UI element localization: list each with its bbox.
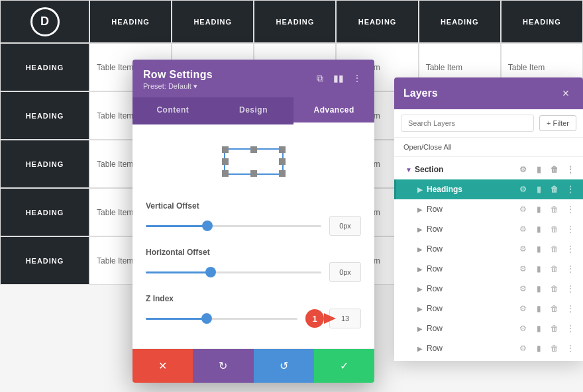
gear-icon[interactable]: ⚙ [517,303,529,315]
vertical-offset-row: 0px [146,216,361,236]
reset-button[interactable]: ↻ [193,349,253,383]
callout-arrow [324,313,336,324]
gear-icon[interactable]: ⚙ [517,283,529,295]
layer-row-6[interactable]: ▶ Row ⚙ ▮ 🗑 ⋮ [394,299,583,318]
layer-headings[interactable]: ▶ Headings ⚙ ▮ 🗑 ⋮ [394,179,583,199]
duplicate-icon[interactable]: ▮ [533,164,545,175]
layer-row-5[interactable]: ▶ Row ⚙ ▮ 🗑 ⋮ [394,279,583,299]
z-index-section: Z Index 1 13 [146,294,361,328]
cancel-button[interactable]: ✕ [132,349,193,383]
modal-body: Vertical Offset 0px Horizontal Offset 0p… [132,124,374,348]
duplicate-icon[interactable]: ▮ [533,322,545,334]
trash-icon[interactable]: 🗑 [549,303,560,315]
vertical-offset-value[interactable]: 0px [329,216,361,236]
layer-row-2[interactable]: ▶ Row ⚙ ▮ 🗑 ⋮ [394,219,583,239]
duplicate-icon[interactable]: ▮ [533,283,545,295]
layer-row-1[interactable]: ▶ Row ⚙ ▮ 🗑 ⋮ [394,199,583,219]
more-icon[interactable]: ⋮ [564,263,576,275]
layers-header: Layers × [394,77,583,109]
tab-design[interactable]: Design [213,97,294,124]
gear-icon[interactable]: ⚙ [517,203,529,215]
row-1-actions: ⚙ ▮ 🗑 ⋮ [517,203,576,215]
col-header-3: HEADING [254,0,336,43]
more-icon[interactable]: ⋮ [350,72,364,85]
redo-button[interactable]: ↺ [254,349,314,383]
duplicate-icon[interactable]: ▮ [533,203,545,215]
trash-icon[interactable]: 🗑 [549,183,560,195]
chevron-right-icon: ▶ [417,226,427,233]
more-icon[interactable]: ⋮ [564,203,576,215]
logo-cell: D [0,0,89,43]
vertical-offset-track[interactable] [146,225,321,227]
layer-section[interactable]: ▼ Section ⚙ ▮ 🗑 ⋮ [394,160,583,179]
more-icon[interactable]: ⋮ [564,183,576,195]
tab-content[interactable]: Content [132,97,213,124]
layer-row-name-5: Row [427,284,517,293]
layers-search-input[interactable] [401,115,534,132]
duplicate-icon[interactable]: ▮ [533,342,545,354]
horizontal-offset-row: 0px [146,262,361,282]
layer-section-name: Section [415,165,517,174]
horizontal-offset-section: Horizontal Offset 0px [146,248,361,282]
gear-icon[interactable]: ⚙ [517,263,529,275]
expand-icon[interactable]: ⧉ [313,72,327,85]
layers-filter-button[interactable]: + Filter [539,115,576,131]
col-header-6: HEADING [501,0,583,43]
layer-row-name-2: Row [427,224,517,234]
gear-icon[interactable]: ⚙ [517,223,529,235]
trash-icon[interactable]: 🗑 [549,322,560,334]
trash-icon[interactable]: 🗑 [549,243,560,255]
tab-advanced[interactable]: Advanced [293,97,374,124]
row-header-4: HEADING [0,188,89,236]
trash-icon[interactable]: 🗑 [549,164,560,175]
more-icon[interactable]: ⋮ [564,342,576,354]
layer-row-name-4: Row [427,264,517,273]
more-icon[interactable]: ⋮ [564,322,576,334]
layers-open-close[interactable]: Open/Close All [394,138,583,157]
trash-icon[interactable]: 🗑 [549,342,560,354]
callout-badge: 1 [305,309,324,328]
z-index-track[interactable] [146,318,297,320]
row-header-3: HEADING [0,140,89,188]
horizontal-offset-track[interactable] [146,271,321,273]
gear-icon[interactable]: ⚙ [517,164,529,175]
duplicate-icon[interactable]: ▮ [533,243,545,255]
modal-preset[interactable]: Preset: Default ▾ [143,82,213,91]
gear-icon[interactable]: ⚙ [517,342,529,354]
chevron-right-icon: ▶ [417,325,427,332]
section-actions: ⚙ ▮ 🗑 ⋮ [517,164,576,175]
duplicate-icon[interactable]: ▮ [533,183,545,195]
layer-row-name-8: Row [427,344,517,353]
layer-row-7[interactable]: ▶ Row ⚙ ▮ 🗑 ⋮ [394,318,583,338]
gear-icon[interactable]: ⚙ [517,322,529,334]
gear-icon[interactable]: ⚙ [517,183,529,195]
duplicate-icon[interactable]: ▮ [533,223,545,235]
gear-icon[interactable]: ⚙ [517,243,529,255]
trash-icon[interactable]: 🗑 [549,223,560,235]
layer-row-3[interactable]: ▶ Row ⚙ ▮ 🗑 ⋮ [394,239,583,259]
more-icon[interactable]: ⋮ [564,243,576,255]
vertical-offset-label: Vertical Offset [146,201,361,211]
row-5-actions: ⚙ ▮ 🗑 ⋮ [517,283,576,295]
more-icon[interactable]: ⋮ [564,303,576,315]
layer-headings-name: Headings [427,185,517,194]
more-icon[interactable]: ⋮ [564,283,576,295]
layer-row-4[interactable]: ▶ Row ⚙ ▮ 🗑 ⋮ [394,259,583,279]
logo: D [30,7,60,36]
layer-row-name-3: Row [427,244,517,254]
z-index-row: 1 13 [146,309,361,328]
more-icon[interactable]: ⋮ [564,223,576,235]
duplicate-icon[interactable]: ▮ [533,263,545,275]
trash-icon[interactable]: 🗑 [549,203,560,215]
close-icon[interactable]: × [558,85,574,101]
layers-tree: ▼ Section ⚙ ▮ 🗑 ⋮ ▶ Headings ⚙ ▮ 🗑 ⋮ ▶ [394,157,583,361]
chevron-right-icon: ▶ [417,345,427,352]
duplicate-icon[interactable]: ▮ [533,303,545,315]
layer-row-8[interactable]: ▶ Row ⚙ ▮ 🗑 ⋮ [394,338,583,358]
columns-icon[interactable]: ▮▮ [332,72,345,85]
trash-icon[interactable]: 🗑 [549,283,560,295]
more-icon[interactable]: ⋮ [564,164,576,175]
trash-icon[interactable]: 🗑 [549,263,560,275]
horizontal-offset-value[interactable]: 0px [329,262,361,282]
confirm-button[interactable]: ✓ [314,349,374,383]
